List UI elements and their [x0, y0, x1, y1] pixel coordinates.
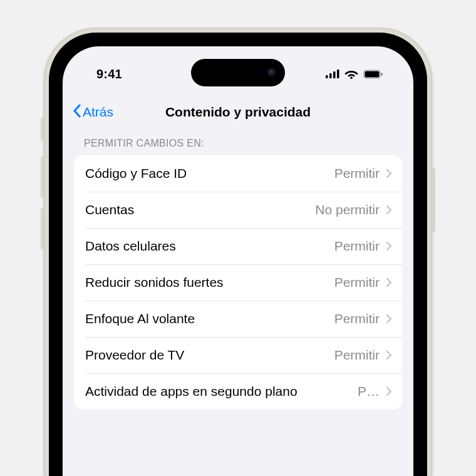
svg-rect-6 — [365, 71, 380, 77]
row-passcode-faceid[interactable]: Código y Face ID Permitir — [74, 155, 402, 192]
back-label: Atrás — [83, 105, 113, 120]
chevron-right-icon — [386, 350, 392, 360]
section-header: Permitir cambios en: — [63, 130, 413, 155]
row-cellular-data[interactable]: Datos celulares Permitir — [74, 228, 402, 264]
chevron-right-icon — [386, 386, 392, 396]
status-icons — [326, 69, 383, 79]
phone-bezel: 9:41 — [49, 33, 427, 476]
svg-rect-3 — [337, 70, 339, 78]
phone-screen: 9:41 — [63, 46, 413, 476]
row-value: P… — [358, 384, 380, 399]
chevron-right-icon — [386, 241, 392, 251]
chevron-right-icon — [386, 205, 392, 215]
settings-list: Código y Face ID Permitir Cuentas No per… — [74, 155, 402, 410]
row-value: Permitir — [334, 311, 380, 326]
row-background-app-activity[interactable]: Actividad de apps en segundo plano P… — [74, 373, 402, 410]
chevron-right-icon — [386, 314, 392, 324]
row-value: Permitir — [334, 348, 380, 363]
row-driving-focus[interactable]: Enfoque Al volante Permitir — [74, 301, 402, 337]
row-label: Reducir sonidos fuertes — [85, 275, 334, 290]
status-time: 9:41 — [96, 67, 122, 81]
chevron-right-icon — [386, 277, 392, 287]
wifi-icon — [344, 69, 358, 79]
row-value: No permitir — [315, 202, 380, 217]
svg-rect-0 — [326, 75, 328, 78]
volume-down-button — [41, 208, 44, 249]
screenshot-canvas: 9:41 — [0, 0, 476, 476]
phone-frame: 9:41 — [44, 28, 432, 476]
row-label: Cuentas — [85, 202, 315, 217]
svg-rect-1 — [329, 73, 332, 78]
chevron-right-icon — [386, 168, 392, 178]
chevron-left-icon — [73, 104, 81, 121]
svg-rect-2 — [333, 71, 336, 78]
nav-bar: Atrás Contenido y privacidad — [63, 95, 413, 129]
volume-up-button — [41, 157, 44, 198]
row-label: Datos celulares — [85, 239, 334, 254]
svg-rect-7 — [381, 73, 383, 76]
status-bar: 9:41 — [63, 60, 413, 88]
row-value: Permitir — [334, 239, 380, 254]
content-area: Permitir cambios en: Código y Face ID Pe… — [63, 130, 413, 476]
back-button[interactable]: Atrás — [69, 101, 117, 123]
row-accounts[interactable]: Cuentas No permitir — [74, 192, 402, 228]
side-button — [432, 168, 435, 232]
row-label: Código y Face ID — [85, 166, 334, 181]
cellular-icon — [326, 70, 339, 78]
row-label: Enfoque Al volante — [85, 311, 334, 326]
row-label: Actividad de apps en segundo plano — [85, 384, 358, 399]
svg-point-4 — [350, 76, 353, 79]
row-value: Permitir — [334, 166, 380, 181]
silent-switch — [41, 118, 44, 140]
battery-icon — [363, 70, 383, 79]
row-value: Permitir — [334, 275, 380, 290]
row-reduce-loud-sounds[interactable]: Reducir sonidos fuertes Permitir — [74, 264, 402, 301]
row-label: Proveedor de TV — [85, 348, 334, 363]
row-tv-provider[interactable]: Proveedor de TV Permitir — [74, 337, 402, 373]
